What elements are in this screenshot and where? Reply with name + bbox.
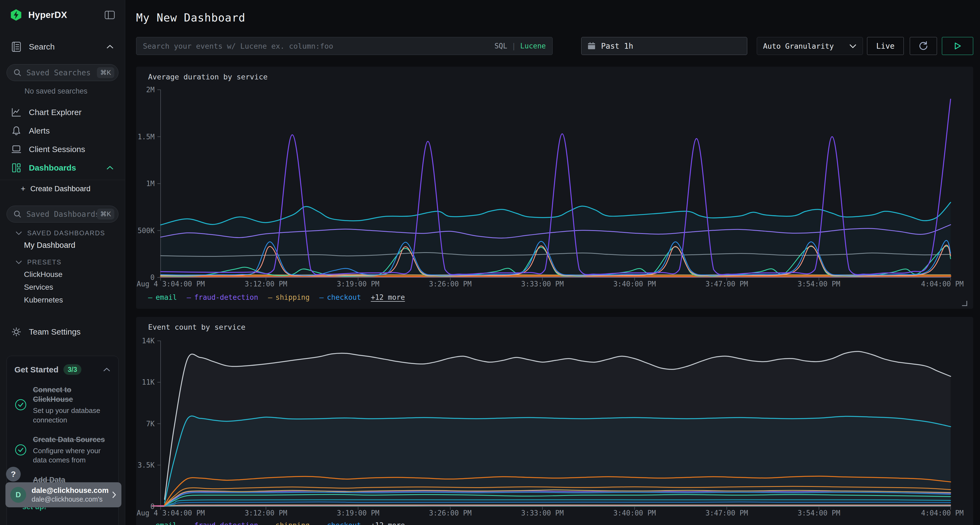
legend-label: shipping <box>275 521 310 525</box>
live-button[interactable]: Live <box>867 37 904 55</box>
legend-item-email[interactable]: —email <box>148 521 177 525</box>
presets-section-header[interactable]: PRESETS <box>0 257 125 268</box>
saved-searches-input[interactable]: Saved Searches ⌘K <box>6 64 118 81</box>
lucene-mode-toggle[interactable]: Lucene <box>520 42 546 50</box>
legend-more-link[interactable]: +12 more <box>371 293 405 301</box>
brand-name: HyperDX <box>28 10 104 20</box>
avatar: D <box>10 487 26 503</box>
search-icon <box>13 68 22 77</box>
sidebar-item-dashboards[interactable]: Dashboards <box>0 159 125 177</box>
svg-text:500K: 500K <box>137 227 154 235</box>
legend-item-shipping[interactable]: —shipping <box>268 293 310 301</box>
legend-swatch: — <box>148 521 153 525</box>
svg-text:2M: 2M <box>146 86 154 94</box>
legend-label: checkout <box>327 521 361 525</box>
time-range-value: Past 1h <box>601 41 633 51</box>
help-label: ? <box>11 469 16 479</box>
svg-text:Aug 4 3:04:00 PM: Aug 4 3:04:00 PM <box>137 509 205 517</box>
sidebar-item-preset-kubernetes[interactable]: Kubernetes <box>0 293 125 306</box>
sidebar-item-team-settings[interactable]: Team Settings <box>0 323 125 341</box>
help-button[interactable]: ? <box>6 467 21 482</box>
sidebar-item-alerts[interactable]: Alerts <box>0 122 125 140</box>
get-started-item-connect[interactable]: Connect to ClickHouse Set up your databa… <box>14 385 111 425</box>
sidebar-item-client-sessions[interactable]: Client Sessions <box>0 140 125 159</box>
run-query-button[interactable] <box>942 37 973 55</box>
refresh-button[interactable] <box>910 37 937 55</box>
chevron-up-icon <box>106 165 114 170</box>
chevron-up-icon[interactable] <box>103 367 111 372</box>
sidebar-item-label: Chart Explorer <box>29 108 114 117</box>
legend-label: fraud-detection <box>194 521 258 525</box>
hyperdx-dashboard-page: { "app": { "brand": "HyperDX", "page_tit… <box>0 0 980 525</box>
legend-item-checkout[interactable]: —checkout <box>319 521 361 525</box>
search-icon <box>13 210 22 218</box>
svg-text:3:47:00 PM: 3:47:00 PM <box>705 509 748 517</box>
plus-icon: + <box>21 184 25 194</box>
sidebar-item-preset-services[interactable]: Services <box>0 281 125 293</box>
svg-text:1M: 1M <box>146 179 154 188</box>
legend-item-fraud-detection[interactable]: —fraud-detection <box>187 293 258 301</box>
svg-text:3:47:00 PM: 3:47:00 PM <box>705 280 748 288</box>
legend-item-fraud-detection[interactable]: —fraud-detection <box>187 521 258 525</box>
panel-resize-handle[interactable] <box>962 301 967 306</box>
play-icon <box>954 42 961 50</box>
sidebar-collapse-icon[interactable] <box>104 10 115 20</box>
saved-dashboards-input[interactable]: Saved Dashboards ⌘K <box>6 206 118 222</box>
logo-row: HyperDX <box>0 5 125 25</box>
legend-swatch: — <box>268 293 272 301</box>
legend-more-link[interactable]: +12 more <box>371 521 405 525</box>
sidebar-item-preset-clickhouse[interactable]: ClickHouse <box>0 268 125 281</box>
refresh-icon <box>918 41 929 51</box>
svg-text:14K: 14K <box>142 337 154 345</box>
svg-text:7K: 7K <box>146 420 155 428</box>
legend-swatch: — <box>148 293 153 301</box>
granularity-value: Auto Granularity <box>763 42 849 50</box>
legend-label: fraud-detection <box>194 293 258 301</box>
check-circle-icon <box>14 385 27 425</box>
svg-text:3:19:00 PM: 3:19:00 PM <box>337 280 379 288</box>
event-count-chart-canvas[interactable]: 14K11K7K3.5K0Aug 4 3:04:00 PM3:12:00 PM3… <box>136 317 973 520</box>
hyperdx-logo-icon <box>10 9 22 21</box>
avg-duration-chart-canvas[interactable]: 2M1.5M1M500K0Aug 4 3:04:00 PM3:12:00 PM3… <box>136 67 973 292</box>
no-saved-searches-text: No saved searches <box>0 87 125 95</box>
chart-legend: —email—fraud-detection—shipping—checkout… <box>148 293 405 301</box>
page-title: My New Dashboard <box>136 11 245 24</box>
saved-dashboards-section-header[interactable]: SAVED DASHBOARDS <box>0 227 125 239</box>
user-menu[interactable]: D dale@clickhouse.com dale@clickhouse.co… <box>5 482 121 507</box>
svg-text:3:40:00 PM: 3:40:00 PM <box>613 509 656 517</box>
time-range-picker[interactable]: Past 1h <box>581 37 747 55</box>
sidebar-item-search[interactable]: Search <box>0 38 125 56</box>
get-started-title: Get Started <box>14 365 59 374</box>
sidebar-item-chart-explorer[interactable]: Chart Explorer <box>0 103 125 122</box>
chart-explorer-icon <box>11 108 22 117</box>
sidebar-item-label: Alerts <box>29 126 114 135</box>
get-started-progress-badge: 3/3 <box>64 364 82 375</box>
svg-text:3:40:00 PM: 3:40:00 PM <box>613 280 656 288</box>
sidebar-item-label: Team Settings <box>29 327 114 336</box>
legend-item-checkout[interactable]: —checkout <box>319 293 361 301</box>
sidebar-item-label: Search <box>29 42 106 51</box>
chevron-down-icon <box>15 231 22 235</box>
legend-item-email[interactable]: —email <box>148 293 177 301</box>
sidebar: HyperDX Search Saved Searches ⌘K No save… <box>0 0 125 525</box>
svg-text:3.5K: 3.5K <box>137 461 154 469</box>
get-started-item-desc: Set up your database connection <box>33 406 111 425</box>
legend-item-shipping[interactable]: —shipping <box>268 521 310 525</box>
legend-swatch: — <box>187 521 191 525</box>
event-search-placeholder: Search your events w/ Lucene ex. column:… <box>143 42 494 50</box>
svg-text:3:12:00 PM: 3:12:00 PM <box>245 280 288 288</box>
create-dashboard-button[interactable]: + Create Dashboard <box>0 180 125 197</box>
event-search-input[interactable]: Search your events w/ Lucene ex. column:… <box>136 37 553 55</box>
granularity-select[interactable]: Auto Granularity <box>757 37 863 55</box>
svg-text:4:04:00 PM: 4:04:00 PM <box>921 509 964 517</box>
get-started-item-datasources[interactable]: Create Data Sources Configure where your… <box>14 435 111 465</box>
get-started-item-desc: Configure where your data comes from <box>33 446 111 465</box>
dashboards-grid-icon <box>11 163 22 173</box>
chart-panel-event-count: Event count by service 14K11K7K3.5K0Aug … <box>136 317 973 525</box>
sql-mode-toggle[interactable]: SQL <box>494 42 507 50</box>
chart-legend: —email—fraud-detection—shipping—checkout… <box>148 521 405 525</box>
gear-icon <box>11 327 22 337</box>
legend-swatch: — <box>319 293 324 301</box>
sidebar-item-my-dashboard[interactable]: My Dashboard <box>0 239 125 252</box>
svg-text:3:19:00 PM: 3:19:00 PM <box>337 509 379 517</box>
